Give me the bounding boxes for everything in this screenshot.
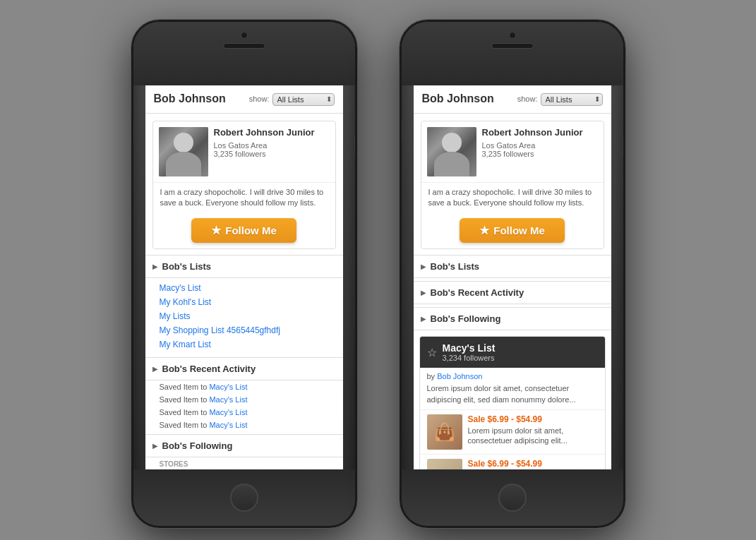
- left-activity-section-header[interactable]: ▶ Bob's Recent Activity: [145, 357, 343, 380]
- list-item-shopping[interactable]: My Shopping List 4565445gfhdfj: [160, 323, 343, 337]
- left-profile-inner: Robert Johnson Junior Los Gatos Area 3,2…: [153, 121, 335, 182]
- right-screen: Bob Johnson show: All Lists My Lists Sha…: [414, 85, 611, 469]
- right-list-card: ☆ Macy's List 3,234 followers by Bob Joh…: [419, 336, 606, 469]
- right-item-price-2: Sale $6.99 - $54.99: [468, 459, 598, 469]
- left-lists-label: Bob's Lists: [162, 261, 212, 272]
- right-activity-section-header[interactable]: ▶ Bob's Recent Activity: [414, 281, 611, 304]
- left-following-section-header[interactable]: ▶ Bob's Following: [145, 434, 343, 457]
- right-following-arrow-icon: ▶: [421, 315, 426, 323]
- right-item-thumb-1: 👜: [427, 414, 462, 450]
- right-dropdown[interactable]: All Lists My Lists Shared Lists: [541, 93, 603, 106]
- activity-text-3: Saved Item to: [160, 408, 210, 416]
- right-activity-arrow-icon: ▶: [421, 289, 426, 296]
- side-button-right: [354, 135, 357, 156]
- right-profile-info: Robert Johnson Junior Los Gatos Area 3,2…: [482, 127, 598, 176]
- right-item-desc-1: Lorem ipsum dolor sit amet, consectetuer…: [468, 426, 598, 446]
- left-following-arrow-icon: ▶: [152, 442, 158, 450]
- left-profile-bio: I am a crazy shopocholic. I will drive 3…: [153, 182, 335, 213]
- left-header: Bob Johnson show: All Lists My Lists Sha…: [145, 85, 343, 114]
- left-activity-items: Saved Item to Macy's List Saved Item to …: [145, 380, 343, 431]
- right-screen-content[interactable]: Bob Johnson show: All Lists My Lists Sha…: [414, 85, 611, 469]
- right-item-price-1: Sale $6.99 - $54.99: [468, 414, 598, 424]
- right-follow-btn-container: ★ Follow Me: [421, 212, 604, 248]
- right-following-section-header[interactable]: ▶ Bob's Following: [414, 307, 611, 330]
- right-dropdown-wrapper[interactable]: All Lists My Lists Shared Lists ⬍: [541, 92, 603, 106]
- left-lists-items: Macy's List My Kohl's List My Lists My S…: [145, 278, 343, 354]
- right-list-card-header: ☆ Macy's List 3,234 followers: [420, 337, 605, 368]
- phone-bottom-left: [133, 469, 355, 526]
- left-profile-followers: 3,235 followers: [214, 150, 330, 158]
- left-screen-content[interactable]: Bob Johnson show: All Lists My Lists Sha…: [145, 85, 343, 469]
- right-lists-section-header[interactable]: ▶ Bob's Lists: [414, 255, 611, 278]
- right-phone: Bob Johnson show: All Lists My Lists Sha…: [400, 20, 625, 528]
- right-follow-button[interactable]: ★ Follow Me: [460, 218, 565, 243]
- right-profile-name: Robert Johnson Junior: [482, 127, 598, 139]
- activity-item-1: Saved Item to Macy's List: [145, 380, 343, 393]
- list-item-mylists[interactable]: My Lists: [160, 309, 343, 323]
- speaker-right: [491, 43, 534, 49]
- right-show-label: show:: [517, 95, 538, 103]
- right-profile-followers: 3,235 followers: [482, 150, 598, 158]
- activity-text-1: Saved Item to: [160, 383, 210, 391]
- right-following-label: Bob's Following: [431, 313, 501, 324]
- right-lists-label: Bob's Lists: [431, 261, 480, 272]
- activity-item-4: Saved Item to Macy's List: [145, 419, 343, 431]
- right-list-item-1[interactable]: 👜 Sale $6.99 - $54.99 Lorem ipsum dolor …: [420, 409, 605, 454]
- left-dropdown[interactable]: All Lists My Lists Shared Lists: [272, 93, 335, 106]
- list-item-kohls[interactable]: My Kohl's List: [160, 295, 343, 309]
- activity-link-3[interactable]: Macy's List: [209, 408, 247, 416]
- right-list-star-icon: ☆: [427, 346, 437, 359]
- left-stores-label: STORES: [145, 457, 343, 469]
- right-profile-photo: [427, 127, 476, 176]
- activity-item-3: Saved Item to Macy's List: [145, 406, 343, 419]
- right-profile-bio: I am a crazy shopocholic. I will drive 3…: [421, 182, 604, 213]
- activity-link-4[interactable]: Macy's List: [209, 421, 247, 429]
- camera-right: [509, 32, 516, 39]
- right-profile-card: Robert Johnson Junior Los Gatos Area 3,2…: [421, 121, 604, 250]
- activity-link-2[interactable]: Macy's List: [209, 395, 247, 404]
- right-profile-img: [427, 127, 476, 176]
- bag-icon: 👜: [434, 422, 455, 442]
- phone-top-right: [402, 22, 623, 85]
- right-side-button-right: [623, 135, 625, 156]
- left-follow-button[interactable]: ★ Follow Me: [191, 218, 296, 243]
- list-item-macys[interactable]: Macy's List: [160, 281, 343, 295]
- right-list-card-title: Macy's List: [443, 342, 496, 354]
- left-profile-location: Los Gatos Area: [214, 141, 330, 150]
- right-list-card-desc: Lorem ipsum dolor sit amet, consectetuer…: [420, 382, 605, 409]
- left-dropdown-wrapper[interactable]: All Lists My Lists Shared Lists ⬍: [272, 92, 335, 106]
- right-header-title: Bob Johnson: [422, 92, 517, 105]
- right-list-item-2[interactable]: 👟 Sale $6.99 - $54.99: [420, 454, 605, 469]
- right-follow-star-icon: ★: [479, 224, 489, 237]
- list-item-kmart[interactable]: My Kmart List: [160, 337, 343, 352]
- left-lists-arrow-icon: ▶: [152, 263, 158, 270]
- left-profile-photo: [159, 127, 208, 176]
- left-profile-info: Robert Johnson Junior Los Gatos Area 3,2…: [214, 127, 330, 176]
- phones-container: Bob Johnson show: All Lists My Lists Sha…: [131, 13, 625, 528]
- right-item-info-1: Sale $6.99 - $54.99 Lorem ipsum dolor si…: [468, 414, 598, 450]
- right-side-button-left: [400, 121, 402, 142]
- left-follow-btn-container: ★ Follow Me: [153, 212, 335, 248]
- left-profile-card: Robert Johnson Junior Los Gatos Area 3,2…: [152, 121, 336, 250]
- left-activity-arrow-icon: ▶: [152, 365, 158, 373]
- phone-top-left: [133, 22, 355, 85]
- right-list-card-followers: 3,234 followers: [443, 354, 496, 362]
- activity-link-1[interactable]: Macy's List: [209, 383, 247, 391]
- activity-item-2: Saved Item to Macy's List: [145, 393, 343, 406]
- right-item-thumb-2: 👟: [427, 459, 462, 469]
- shoe-icon: 👟: [434, 467, 455, 469]
- right-profile-inner: Robert Johnson Junior Los Gatos Area 3,2…: [421, 121, 604, 182]
- left-profile-img: [159, 127, 208, 176]
- right-header: Bob Johnson show: All Lists My Lists Sha…: [414, 85, 611, 114]
- right-list-by-name[interactable]: Bob Johnson: [437, 372, 482, 380]
- home-button-right[interactable]: [498, 484, 527, 512]
- left-following-label: Bob's Following: [162, 440, 233, 451]
- left-activity-label: Bob's Recent Activity: [162, 364, 256, 374]
- activity-text-4: Saved Item to: [160, 421, 210, 429]
- right-activity-label: Bob's Recent Activity: [431, 287, 524, 298]
- left-lists-section-header[interactable]: ▶ Bob's Lists: [145, 255, 343, 278]
- left-phone: Bob Johnson show: All Lists My Lists Sha…: [131, 20, 357, 528]
- right-lists-arrow-icon: ▶: [421, 263, 426, 270]
- right-list-by-label: by: [427, 372, 436, 380]
- home-button-left[interactable]: [230, 484, 258, 512]
